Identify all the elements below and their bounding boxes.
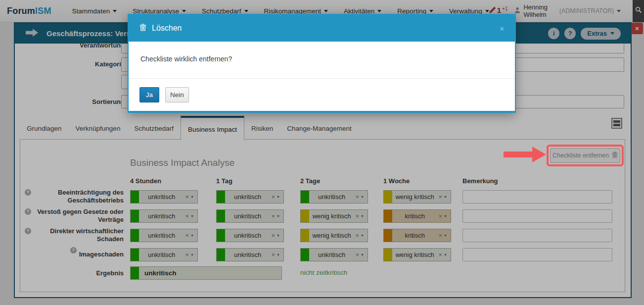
- delete-confirm-modal: Löschen × Checkliste wirklich entfernen?…: [128, 14, 516, 113]
- page: ForumISM StammdatenStrukturanalyseSchutz…: [0, 0, 644, 305]
- trash-icon: [139, 23, 146, 33]
- modal-message: Checkliste wirklich entfernen?: [140, 55, 232, 63]
- close-icon[interactable]: ×: [500, 24, 504, 33]
- modal-header: Löschen ×: [129, 15, 515, 42]
- confirm-no-button[interactable]: Nein: [165, 87, 189, 102]
- modal-title: Löschen: [152, 24, 182, 33]
- modal-footer: Ja Nein: [129, 78, 515, 111]
- confirm-yes-button[interactable]: Ja: [139, 87, 159, 102]
- modal-body: Checkliste wirklich entfernen?: [129, 42, 515, 63]
